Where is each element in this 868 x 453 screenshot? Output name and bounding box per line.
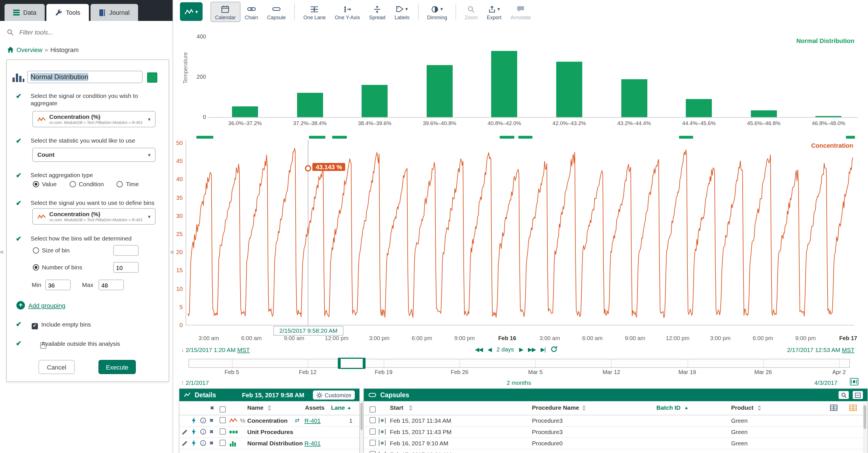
scrollbar-thumb[interactable] <box>864 405 866 429</box>
row-checkbox[interactable] <box>370 417 376 423</box>
row-checkbox[interactable] <box>370 428 376 434</box>
item-name[interactable]: Normal Distribution <box>247 440 303 447</box>
table-row[interactable]: i ✖ Normal Distribution R-401 <box>179 437 359 449</box>
asset-swap-icon[interactable]: ⇄ <box>295 417 300 423</box>
bolt-icon[interactable] <box>191 428 196 435</box>
collapse-window-icon[interactable]: « <box>0 248 4 256</box>
bolt-icon[interactable] <box>191 440 196 447</box>
aggregate-signal-select[interactable]: Concentration (%) vs.com. ModuleDB » Tes… <box>32 111 156 127</box>
radio-value[interactable] <box>33 181 39 187</box>
toolbar-export-button[interactable]: ▾ Export <box>483 2 506 22</box>
remove-item-icon[interactable]: ✖ <box>209 418 214 423</box>
number-of-bins-input[interactable] <box>113 262 138 273</box>
capsule-indicator[interactable] <box>846 136 855 139</box>
histogram-bar[interactable] <box>232 106 258 117</box>
histogram-bar[interactable] <box>751 110 777 117</box>
select-columns-icon[interactable] <box>830 404 837 411</box>
expand-earlier-arrow-icon[interactable]: ↑ <box>181 379 184 386</box>
concentration-signal-line[interactable] <box>188 149 853 318</box>
table-row[interactable]: i ✖ Unit Procedures <box>179 426 359 438</box>
timebar-selection[interactable] <box>341 358 363 369</box>
bin-signal-select[interactable]: Concentration (%) vs.com. ModuleDB » Tes… <box>32 208 156 225</box>
filter-tools-input[interactable] <box>18 28 166 36</box>
tab-data[interactable]: Data <box>4 4 45 21</box>
capsule-indicator[interactable] <box>500 136 514 139</box>
row-checkbox[interactable] <box>370 451 376 453</box>
range-end-timezone-link[interactable]: MST <box>842 346 855 353</box>
histogram-bar[interactable] <box>686 99 712 117</box>
sort-lane-asc-icon[interactable]: ▲ <box>347 405 351 410</box>
asset-link[interactable]: R-401 <box>304 440 320 447</box>
sort-batch-asc-icon[interactable]: ▲ <box>684 405 689 410</box>
item-name[interactable]: Concentration <box>247 417 287 424</box>
sort-product-icon[interactable] <box>758 405 761 411</box>
column-name[interactable]: Name <box>247 404 264 411</box>
customize-button[interactable]: Customize <box>313 390 355 399</box>
histogram-bar[interactable] <box>621 79 647 117</box>
histogram-bar[interactable] <box>491 51 518 117</box>
remove-item-icon[interactable]: ✖ <box>209 440 214 446</box>
capsule-indicator[interactable] <box>196 136 213 139</box>
info-icon[interactable]: i <box>200 440 206 446</box>
sort-procedure-icon[interactable] <box>582 405 586 411</box>
statistic-select[interactable]: Count ▾ <box>32 148 156 162</box>
bolt-icon[interactable] <box>191 417 196 424</box>
column-lane[interactable]: Lane <box>331 404 345 411</box>
nav-forward-button[interactable]: ▶ <box>519 346 523 352</box>
earlier-arrow-icon[interactable]: ↓ <box>181 346 184 353</box>
nav-step-label[interactable]: 2 days <box>497 346 514 353</box>
asset-link[interactable]: R-401 <box>304 417 320 424</box>
select-all-checkbox[interactable] <box>220 406 226 413</box>
capsules-scrollbar[interactable] <box>863 403 867 453</box>
add-grouping-link[interactable]: Add grouping <box>28 302 65 309</box>
radio-time[interactable] <box>117 181 123 187</box>
zoom-to-capsule-button[interactable] <box>839 391 849 399</box>
refresh-icon[interactable] <box>550 346 557 353</box>
min-input[interactable] <box>45 279 71 290</box>
capsule-indicator[interactable] <box>332 136 347 139</box>
capsule-indicator[interactable] <box>309 136 326 139</box>
pencil-icon[interactable] <box>182 440 188 447</box>
radio-condition[interactable] <box>70 181 76 187</box>
home-icon[interactable] <box>7 47 14 53</box>
column-assets[interactable]: Assets <box>305 404 324 411</box>
histogram-legend[interactable]: Normal Distribution <box>747 37 855 44</box>
histogram-bar[interactable] <box>816 116 842 117</box>
column-product[interactable]: Product <box>731 404 753 411</box>
histogram-bar[interactable] <box>362 85 388 117</box>
column-batch-id[interactable]: Batch ID <box>656 404 680 411</box>
nav-to-end-button[interactable]: ▶| <box>541 346 546 352</box>
timebar-duration[interactable]: 2 months <box>485 379 553 386</box>
timebar-track[interactable] <box>188 359 850 368</box>
sort-start-icon[interactable] <box>409 405 412 411</box>
row-checkbox[interactable] <box>370 440 376 446</box>
item-name[interactable]: Unit Procedures <box>247 428 293 435</box>
size-of-bin-input[interactable] <box>113 245 138 256</box>
toolbar-labels-button[interactable]: ▾ Labels <box>390 2 414 22</box>
capsule-row[interactable]: Feb 15, 2017 11:34 AM Procedure3 Green <box>364 415 867 427</box>
nav-fast-forward-button[interactable]: ▶▶ <box>528 346 535 352</box>
toolbar-one-lane-button[interactable]: One Lane <box>299 2 330 22</box>
details-scrollbar[interactable] <box>360 401 363 453</box>
range-start-timezone-link[interactable]: MST <box>237 346 250 353</box>
color-swatch-button[interactable] <box>147 72 157 83</box>
toolbar-chain-button[interactable]: Chain <box>240 2 262 22</box>
table-row[interactable]: i ✖ % Concentration ⇄ R-401 1 <box>179 415 359 427</box>
histogram-bar[interactable] <box>427 65 453 117</box>
remove-item-icon[interactable]: ✖ <box>209 429 214 434</box>
column-procedure-name[interactable]: Procedure Name <box>532 404 579 411</box>
pencil-icon[interactable] <box>182 429 188 435</box>
nav-fast-back-button[interactable]: ◀◀ <box>475 346 483 352</box>
radio-number-of-bins[interactable] <box>33 264 39 270</box>
capsule-row[interactable]: Feb 15, 2017 11:43 PM Procedure3 Green <box>364 426 867 438</box>
tab-tools[interactable]: Tools <box>47 4 89 21</box>
export-table-icon[interactable] <box>849 404 857 411</box>
toolbar-spread-button[interactable]: Spread <box>364 2 390 22</box>
toolbar-calendar-button[interactable]: Calendar <box>211 2 240 22</box>
tab-journal[interactable]: Journal <box>91 4 138 21</box>
histogram-bar[interactable] <box>297 93 323 117</box>
histogram-bar[interactable] <box>556 62 582 117</box>
cancel-button[interactable]: Cancel <box>38 360 75 374</box>
toolbar-dimming-button[interactable]: ▾ Dimming <box>423 2 452 22</box>
execute-button[interactable]: Execute <box>98 360 136 374</box>
